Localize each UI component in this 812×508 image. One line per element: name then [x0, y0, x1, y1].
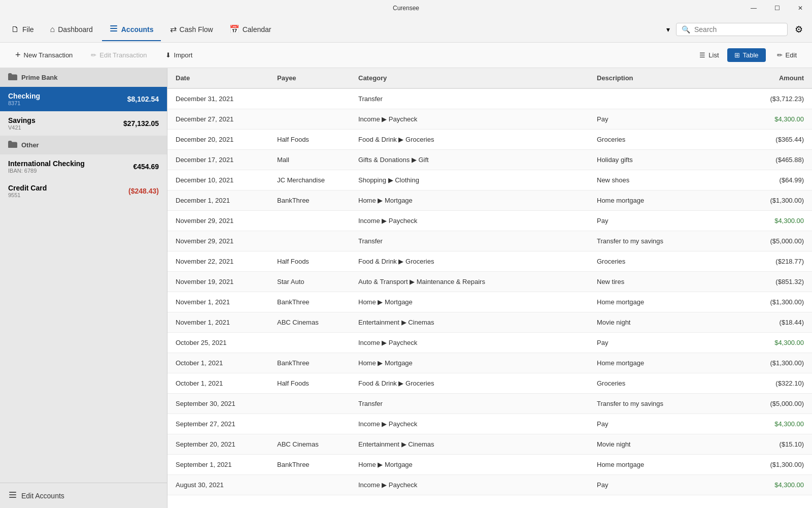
table-row[interactable]: October 1, 2021 BankThree Home ▶ Mortgag… [167, 353, 812, 373]
cell-description: Groceries [589, 373, 721, 393]
menu-cashflow[interactable]: ⇄ Cash Flow [163, 21, 220, 37]
cell-date: October 25, 2021 [167, 333, 269, 353]
new-transaction-button[interactable]: + New Transaction [8, 47, 80, 64]
table-row[interactable]: November 29, 2021 Transfer Transfer to m… [167, 231, 812, 251]
table-row[interactable]: October 25, 2021 Income ▶ Paycheck Pay $… [167, 333, 812, 353]
table-row[interactable]: November 29, 2021 Income ▶ Paycheck Pay … [167, 211, 812, 231]
cell-date: September 27, 2021 [167, 414, 269, 434]
table-row[interactable]: August 30, 2021 Income ▶ Paycheck Pay $4… [167, 475, 812, 495]
cell-payee [269, 231, 350, 251]
table-row[interactable]: September 27, 2021 Income ▶ Paycheck Pay… [167, 414, 812, 434]
table-row[interactable]: December 17, 2021 Mall Gifts & Donations… [167, 150, 812, 170]
cell-description: Home mortgage [589, 190, 721, 210]
cell-amount: ($64.99) [721, 170, 812, 190]
menu-bar: 🗋 File ⌂ Dashboard Accounts ⇄ Cash Flow … [0, 16, 812, 43]
table-row[interactable]: December 10, 2021 JC Merchandise Shoppin… [167, 170, 812, 190]
table-row[interactable]: December 20, 2021 Half Foods Food & Drin… [167, 130, 812, 150]
cell-amount: ($18.44) [721, 312, 812, 332]
cell-payee: Mall [269, 150, 350, 170]
account-dropdown[interactable]: ▾ [662, 22, 674, 37]
menu-dashboard[interactable]: ⌂ Dashboard [43, 22, 100, 37]
cell-date: December 1, 2021 [167, 190, 269, 210]
cell-date: August 30, 2021 [167, 475, 269, 495]
cell-amount: $4,300.00 [721, 414, 812, 434]
svg-rect-1 [110, 28, 117, 29]
cell-amount: $4,300.00 [721, 109, 812, 129]
transactions-table-area: Date Payee Category Description Amount D… [167, 68, 812, 508]
edit-button[interactable]: ✏ Edit [770, 48, 804, 62]
cell-date: December 10, 2021 [167, 170, 269, 190]
table-row[interactable]: September 20, 2021 ABC Cinemas Entertain… [167, 434, 812, 455]
accounts-icon [109, 24, 118, 35]
cell-payee [269, 211, 350, 231]
cell-date: October 1, 2021 [167, 353, 269, 373]
table-row[interactable]: December 31, 2021 Transfer ($3,712.23) [167, 89, 812, 109]
table-row[interactable]: September 30, 2021 Transfer Transfer to … [167, 394, 812, 414]
plus-icon: + [15, 50, 21, 60]
cell-payee: BankThree [269, 190, 350, 210]
menu-file[interactable]: 🗋 File [4, 22, 41, 37]
edit-accounts-button[interactable]: Edit Accounts [0, 483, 167, 508]
close-button[interactable]: ✕ [789, 0, 812, 16]
settings-button[interactable]: ⚙ [790, 20, 808, 39]
cell-category: Transfer [350, 89, 589, 109]
cell-category: Entertainment ▶ Cinemas [350, 434, 589, 454]
account-checking[interactable]: Checking 8371 $8,102.54 [0, 87, 167, 111]
table-row[interactable]: December 27, 2021 Income ▶ Paycheck Pay … [167, 109, 812, 130]
edit-pencil-icon: ✏ [777, 51, 783, 59]
cell-description: Movie night [589, 312, 721, 332]
table-view-button[interactable]: ⊞ Table [727, 48, 766, 62]
table-row[interactable]: November 22, 2021 Half Foods Food & Drin… [167, 251, 812, 272]
cell-payee [269, 414, 350, 434]
table-row[interactable]: November 1, 2021 ABC Cinemas Entertainme… [167, 312, 812, 333]
import-button[interactable]: ⬇ Import [158, 48, 200, 62]
account-savings[interactable]: Savings V421 $27,132.05 [0, 111, 167, 136]
menu-accounts[interactable]: Accounts [102, 21, 161, 38]
cell-description: New tires [589, 272, 721, 292]
sidebar: Prime Bank Checking 8371 $8,102.54 Savin… [0, 68, 167, 508]
cell-amount: ($1,300.00) [721, 353, 812, 373]
cell-date: September 30, 2021 [167, 394, 269, 414]
cell-category: Home ▶ Mortgage [350, 190, 589, 210]
svg-rect-0 [110, 25, 117, 26]
cell-date: December 17, 2021 [167, 150, 269, 170]
cell-payee: BankThree [269, 353, 350, 373]
cell-amount: ($1,300.00) [721, 292, 812, 312]
table-row[interactable]: November 19, 2021 Star Auto Auto & Trans… [167, 272, 812, 292]
maximize-button[interactable]: ☐ [765, 0, 789, 16]
list-view-button[interactable]: ☰ List [692, 48, 726, 62]
home-icon: ⌂ [50, 25, 55, 34]
cell-category: Income ▶ Paycheck [350, 333, 589, 353]
cell-description: New shoes [589, 170, 721, 190]
cell-date: November 1, 2021 [167, 312, 269, 332]
account-credit-card[interactable]: Credit Card 9551 ($248.43) [0, 179, 167, 203]
group-prime-bank: Prime Bank [0, 68, 167, 87]
table-row[interactable]: December 1, 2021 BankThree Home ▶ Mortga… [167, 190, 812, 211]
minimize-button[interactable]: — [742, 0, 765, 16]
table-row[interactable]: November 1, 2021 BankThree Home ▶ Mortga… [167, 292, 812, 312]
search-input[interactable] [694, 25, 775, 34]
folder-icon-prime [8, 73, 17, 82]
cell-category: Income ▶ Paycheck [350, 109, 589, 129]
header-date: Date [167, 68, 269, 88]
cell-amount: ($1,300.00) [721, 190, 812, 210]
cell-amount: $4,300.00 [721, 333, 812, 353]
cell-payee [269, 475, 350, 495]
app-title: Curensee [393, 5, 419, 12]
import-icon: ⬇ [165, 51, 171, 59]
table-row[interactable]: September 1, 2021 BankThree Home ▶ Mortg… [167, 455, 812, 475]
cell-description: Groceries [589, 251, 721, 271]
cell-amount: ($465.88) [721, 150, 812, 170]
menu-calendar[interactable]: 📅 Calendar [222, 21, 279, 37]
cell-description: Holiday gifts [589, 150, 721, 170]
edit-transaction-button[interactable]: ✏ Edit Transaction [84, 48, 154, 62]
cell-payee: Half Foods [269, 251, 350, 271]
header-category: Category [350, 68, 589, 88]
account-intl-checking[interactable]: International Checking IBAN: 6789 €454.6… [0, 154, 167, 179]
pencil-icon: ✏ [91, 51, 96, 59]
cell-date: December 27, 2021 [167, 109, 269, 129]
cell-payee: BankThree [269, 455, 350, 474]
cell-description: Transfer to my savings [589, 231, 721, 251]
table-row[interactable]: October 1, 2021 Half Foods Food & Drink … [167, 373, 812, 394]
cell-amount: ($851.32) [721, 272, 812, 292]
